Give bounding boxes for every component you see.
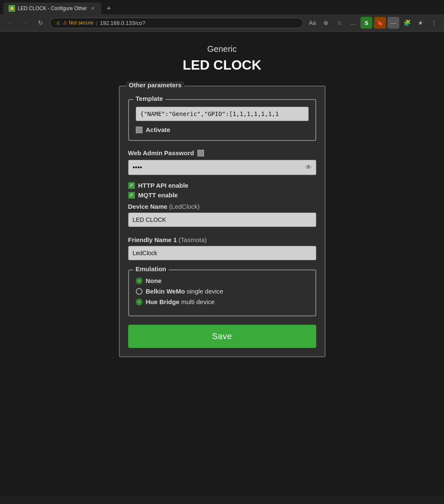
menu-icon[interactable]: ⋮ — [428, 17, 440, 29]
mqtt-row: MQTT enable — [128, 191, 316, 199]
page-content: Generic LED CLOCK Other parameters Templ… — [0, 32, 444, 496]
bookmark-icon[interactable]: ☆ — [334, 17, 345, 29]
activate-label: Activate — [146, 126, 170, 133]
radio-hue-label: Hue Bridge multi device — [146, 298, 215, 305]
radio-none[interactable] — [136, 278, 143, 284]
radio-none-row: None — [136, 277, 309, 284]
password-label: Web Admin Password — [128, 149, 194, 156]
reader-mode-icon[interactable]: Aa — [307, 17, 318, 29]
extensions-icon[interactable]: 🧩 — [401, 17, 413, 29]
tab-title: LED CLOCK - Configure Other — [18, 5, 87, 11]
address-divider: | — [96, 20, 97, 26]
radio-belkin-label: Belkin WeMo single device — [146, 288, 223, 295]
activate-row: Activate — [136, 126, 309, 133]
main-container: Other parameters Template Activate Web A… — [119, 86, 326, 357]
new-tab-button[interactable]: + — [103, 3, 115, 14]
radio-none-label: None — [146, 277, 162, 284]
device-name-hint: (LedClock) — [169, 203, 200, 210]
template-input[interactable] — [136, 107, 309, 121]
security-warning: ⚠ — [56, 20, 60, 26]
address-bar[interactable]: ⚠ ⚠ Not secure | 192.168.0.133/co? — [50, 18, 303, 28]
browser-chrome: 🔔 LED CLOCK - Configure Other × + ← → ↻ … — [0, 0, 444, 32]
emulation-legend: Emulation — [133, 265, 169, 272]
device-name-label: Device Name (LedClock) — [128, 203, 316, 210]
http-api-row: HTTP API enable — [128, 182, 316, 189]
friendly-name-hint: (Tasmota) — [179, 236, 207, 243]
radio-belkin[interactable] — [136, 288, 143, 295]
mqtt-checkbox[interactable] — [128, 192, 135, 199]
template-legend: Template — [133, 95, 166, 102]
template-fieldset: Template Activate — [128, 99, 316, 141]
radio-hue[interactable] — [136, 299, 143, 305]
activate-checkbox[interactable] — [136, 127, 143, 133]
password-input[interactable] — [128, 160, 316, 175]
tab-close-button[interactable]: × — [89, 5, 96, 12]
refresh-button[interactable]: ↻ — [35, 17, 46, 29]
forward-button[interactable]: → — [19, 17, 31, 29]
section-legend: Other parameters — [126, 81, 184, 89]
http-api-checkbox[interactable] — [128, 182, 135, 189]
active-tab[interactable]: 🔔 LED CLOCK - Configure Other × — [3, 3, 101, 14]
address-bar-row: ← → ↻ ⚠ ⚠ Not secure | 192.168.0.133/co?… — [0, 14, 444, 31]
friendly-name-label: Friendly Name 1 (Tasmota) — [128, 236, 316, 243]
extension-s-icon[interactable]: S — [361, 17, 372, 29]
page-title: LED CLOCK — [183, 57, 261, 73]
http-api-label: HTTP API enable — [138, 182, 188, 189]
save-button[interactable]: Save — [128, 325, 316, 348]
zoom-icon[interactable]: ⊕ — [320, 17, 332, 29]
favorites-icon[interactable]: ★ — [414, 17, 426, 29]
toolbar-icons: Aa ⊕ ☆ … S 🔖 — 🧩 ★ ⋮ — [307, 17, 440, 29]
device-name-input[interactable] — [128, 213, 316, 227]
mqtt-label: MQTT enable — [138, 191, 178, 199]
friendly-name-input[interactable] — [128, 246, 316, 260]
not-secure-label: ⚠ Not secure — [63, 20, 93, 26]
url-text: 192.168.0.133/co? — [100, 20, 145, 26]
emulation-fieldset: Emulation None Belkin WeMo single device… — [128, 270, 316, 316]
password-reveal-icon[interactable]: 👁 — [305, 164, 312, 171]
radio-hue-row: Hue Bridge multi device — [136, 298, 309, 305]
tab-favicon: 🔔 — [8, 5, 15, 12]
back-button[interactable]: ← — [4, 17, 16, 29]
tab-bar: 🔔 LED CLOCK - Configure Other × + — [0, 0, 444, 14]
radio-belkin-row: Belkin WeMo single device — [136, 288, 309, 295]
more-tools-icon[interactable]: … — [347, 17, 359, 29]
password-checkbox[interactable] — [197, 150, 204, 156]
extension-bookmark-icon[interactable]: 🔖 — [374, 17, 386, 29]
password-input-wrapper: 👁 — [128, 160, 316, 175]
page-subtitle: Generic — [207, 44, 237, 54]
extension-dash-icon[interactable]: — — [387, 17, 399, 29]
password-label-row: Web Admin Password — [128, 149, 316, 156]
